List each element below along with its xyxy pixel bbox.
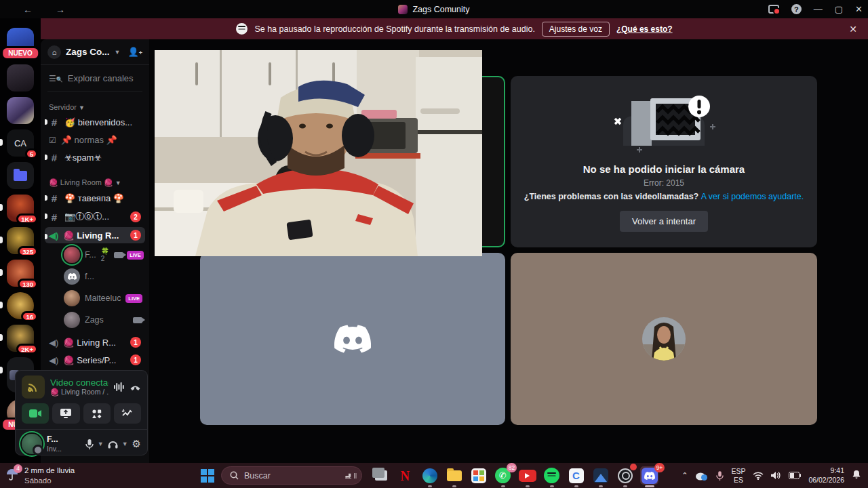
mention-badge: 1 xyxy=(130,337,141,348)
explore-channels-item[interactable]: ☰🔍 Explorar canales xyxy=(45,70,145,86)
video-tile-avatar[interactable] xyxy=(511,253,817,425)
window-titlebar: ← → Zags Comunity ? — ▢ ✕ xyxy=(0,0,868,18)
voice-channel-name[interactable]: 🧶 Living Room / ... xyxy=(50,388,108,396)
battery-icon[interactable] xyxy=(789,472,801,479)
user-name: F... xyxy=(47,435,62,445)
edge-icon[interactable] xyxy=(420,466,439,485)
photos-icon[interactable] xyxy=(591,466,610,485)
microsoft-store-icon[interactable] xyxy=(469,466,488,485)
channel-bienvenidos[interactable]: # 🥳 bienvenidos... xyxy=(45,114,145,131)
rules-icon: ☑ xyxy=(49,136,56,145)
screenshare-button[interactable] xyxy=(52,403,79,424)
microphone-icon[interactable] xyxy=(85,439,94,449)
volume-icon[interactable] xyxy=(771,471,781,480)
activities-button[interactable] xyxy=(83,403,111,424)
retry-button[interactable]: Volver a intentar xyxy=(620,211,708,232)
spotify-icon xyxy=(236,23,248,35)
mention-badge: 130 xyxy=(18,279,38,289)
spotify-taskbar-icon[interactable] xyxy=(542,466,561,485)
what-is-this-link[interactable]: ¿Qué es esto? xyxy=(616,24,673,34)
voice-connection-panel: Video conectac 🧶 Living Room / ... F... … xyxy=(15,370,148,455)
video-tile-no-camera[interactable] xyxy=(200,253,505,425)
taskbar-weather-widget[interactable]: 4 2 mm de lluvia Sábado xyxy=(0,466,197,485)
start-button[interactable] xyxy=(201,469,214,483)
language-indicator[interactable]: ESPES xyxy=(731,467,745,483)
task-view-icon[interactable] xyxy=(372,466,390,485)
user-avatar[interactable] xyxy=(22,434,42,454)
server-item-c[interactable] xyxy=(7,97,34,124)
server-item-b[interactable] xyxy=(7,64,34,92)
server-name: Zags Co... xyxy=(66,47,110,57)
file-explorer-icon[interactable] xyxy=(445,466,463,485)
netflix-icon[interactable]: N xyxy=(396,466,414,485)
settings-gear-icon[interactable]: ⚙ xyxy=(132,438,141,450)
disconnect-call-icon[interactable] xyxy=(130,382,141,392)
server-header[interactable]: ⌂ Zags Co... ▼ 👤+ xyxy=(41,39,149,65)
onedrive-icon[interactable] xyxy=(695,471,709,481)
server-item-h[interactable]: 2K+ xyxy=(7,325,34,352)
mic-chevron-icon[interactable]: ▼ xyxy=(98,441,104,447)
hash-icon: # xyxy=(49,211,60,223)
taskbar-clock[interactable]: 9:4106/02/2026 xyxy=(808,466,844,484)
tray-chevron-icon[interactable]: ⌃ xyxy=(682,471,688,480)
voice-channel-living-room-active[interactable]: ◀) 🧶 Living R... 1 xyxy=(45,227,145,243)
taskbar-search[interactable]: Buscar ⛸∥ xyxy=(221,466,362,485)
server-item-f[interactable]: 130 xyxy=(7,260,34,287)
voice-member[interactable]: Maiteeluci... LIVE xyxy=(61,288,145,308)
camera-error-question: ¿Tienes problemas con las videollamadas?… xyxy=(524,192,804,201)
camera-toggle-button[interactable] xyxy=(22,403,49,424)
voice-member[interactable]: F... 🍀 2 LIVE xyxy=(61,245,145,265)
wifi-icon[interactable] xyxy=(753,472,764,480)
voice-settings-button[interactable]: Ajustes de voz xyxy=(542,22,610,37)
invite-people-icon[interactable]: 👤+ xyxy=(128,47,143,57)
server-item-d[interactable]: 1K+ xyxy=(7,195,34,222)
unread-pip xyxy=(0,334,3,341)
close-button[interactable]: ✕ xyxy=(855,4,863,14)
camera-icon xyxy=(133,317,142,323)
unread-pip xyxy=(0,367,3,373)
soundboard-button[interactable] xyxy=(114,403,141,424)
user-status: Inv... xyxy=(47,445,62,453)
obs-icon[interactable] xyxy=(616,466,634,485)
youtube-icon[interactable] xyxy=(518,466,536,485)
maximize-button[interactable]: ▢ xyxy=(835,4,843,14)
connection-quality-icon[interactable] xyxy=(22,375,45,399)
help-icon[interactable]: ? xyxy=(791,4,802,14)
unread-pip xyxy=(45,155,47,160)
category-living-room[interactable]: 🧶 Living Room 🧶 ▼ xyxy=(41,167,149,188)
channel-fotos[interactable]: # 📷ⓕⓞⓣ... 2 xyxy=(45,208,145,226)
hash-icon: # xyxy=(49,152,60,163)
server-item-ca[interactable]: CA 5 xyxy=(7,129,34,157)
voice-channel-living-room-2[interactable]: ◀) 🧶 Living R... 1 xyxy=(45,334,145,350)
whatsapp-icon[interactable]: ✆82 xyxy=(494,466,512,485)
unread-pip xyxy=(45,234,47,239)
channel-taverna[interactable]: # 🍄 тавеяпа 🍄 xyxy=(45,190,145,207)
device-status-icon[interactable] xyxy=(768,5,779,14)
server-item-e[interactable]: 325 xyxy=(7,227,34,254)
channel-normas[interactable]: ☑ 📌 normas 📌 xyxy=(45,132,145,148)
browse-channels-icon: ☰🔍 xyxy=(49,74,63,83)
webcam-video-feed[interactable] xyxy=(155,50,482,256)
tray-microphone-icon[interactable] xyxy=(716,471,724,481)
minimize-button[interactable]: — xyxy=(814,4,823,14)
voice-channel-series[interactable]: ◀) 🧶 Series/P... 1 xyxy=(45,352,145,368)
live-badge: LIVE xyxy=(127,251,144,260)
headphones-chevron-icon[interactable]: ▼ xyxy=(122,441,128,447)
notification-bell-icon[interactable] xyxy=(852,470,861,482)
section-server-label[interactable]: Servidor ▼ xyxy=(41,98,149,113)
voice-member[interactable]: Zags xyxy=(61,310,145,330)
server-item-a[interactable]: 12 NUEVO xyxy=(7,28,34,55)
discord-taskbar-icon[interactable]: 9+ xyxy=(640,466,658,485)
channel-spam[interactable]: # ☣spam☣ xyxy=(45,149,145,166)
headphones-icon[interactable] xyxy=(108,440,118,449)
unread-pip xyxy=(45,195,47,201)
help-link[interactable]: A ver si podemos ayudarte. xyxy=(701,192,804,201)
voice-member[interactable]: f... xyxy=(61,266,145,287)
server-folder-1[interactable] xyxy=(7,162,34,189)
clip-app-icon[interactable]: C xyxy=(567,466,585,485)
server-item-g[interactable]: 16 xyxy=(7,292,34,319)
banner-close-icon[interactable]: ✕ xyxy=(849,24,857,35)
voice-activity-icon[interactable] xyxy=(114,382,124,392)
hash-icon: # xyxy=(49,192,60,204)
voice-status: Video conectac xyxy=(50,378,108,388)
